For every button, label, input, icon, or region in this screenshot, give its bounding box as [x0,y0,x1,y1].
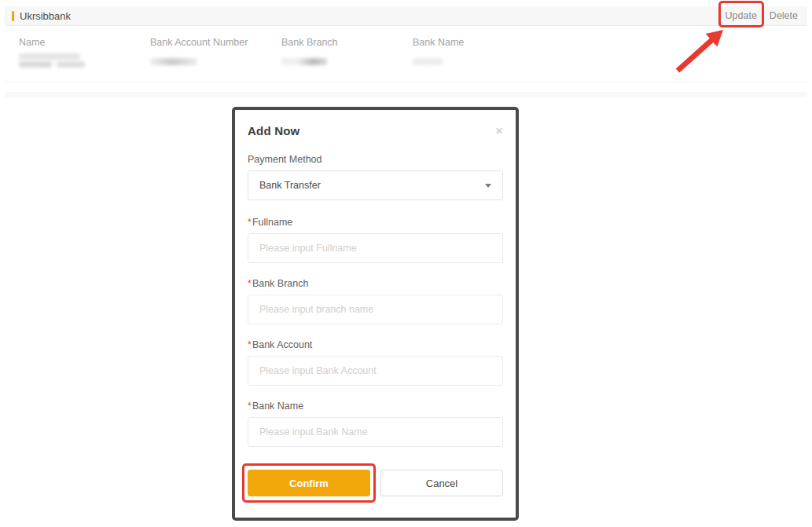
bank-branch-input[interactable] [248,295,503,324]
card-actions: Update Delete [726,10,798,21]
fullname-group: *Fullname [248,217,503,263]
dropdown-caret-icon [485,184,491,188]
fullname-label: Fullname [252,217,292,228]
payment-method-label: Payment Method [248,154,503,165]
redacted-branch-value [281,53,413,68]
required-mark: * [248,401,252,412]
bank-account-label: Bank Account [252,339,312,350]
bank-name-group: *Bank Name [248,401,503,447]
payment-method-value: Bank Transfer [259,180,321,191]
redacted-account-value [150,53,281,68]
bank-branch-label: Bank Branch [252,278,309,289]
table-header-row: Name Bank Account Number Bank Branch Ban… [5,37,807,48]
redacted-name-value [19,53,150,68]
next-section-strip [5,92,807,97]
card-header: Ukrsibbank Update Delete [5,6,807,26]
bank-account-input[interactable] [248,356,503,386]
bank-account-group: *Bank Account [248,339,503,386]
card-body: Name Bank Account Number Bank Branch Ban… [5,26,807,82]
required-mark: * [248,217,252,228]
cancel-button[interactable]: Cancel [380,470,503,496]
bank-branch-group: *Bank Branch [248,278,503,324]
required-mark: * [248,278,252,289]
card-title-wrap: Ukrsibbank [12,10,71,22]
redacted-bankname-value [413,53,807,68]
column-header-name: Name [19,37,150,48]
column-header-branch: Bank Branch [281,37,413,48]
bank-name-label: Bank Name [252,401,303,412]
confirm-button[interactable]: Confirm [248,470,370,496]
accent-bar-icon [12,11,14,21]
section-title: Ukrsibbank [20,10,71,22]
modal-title: Add Now [248,124,299,137]
close-icon[interactable]: × [495,124,503,137]
required-mark: * [248,339,252,350]
column-header-account: Bank Account Number [150,37,281,48]
column-header-bankname: Bank Name [413,37,807,48]
table-row [5,53,807,68]
payment-method-card: Ukrsibbank Update Delete Name Bank Accou… [5,6,807,82]
update-button[interactable]: Update [726,10,757,21]
payment-method-select[interactable]: Bank Transfer [248,170,503,200]
fullname-input[interactable] [248,233,503,263]
bank-name-input[interactable] [248,417,503,447]
delete-button[interactable]: Delete [770,10,798,21]
add-payment-modal: Add Now × Payment Method Bank Transfer *… [232,107,519,521]
